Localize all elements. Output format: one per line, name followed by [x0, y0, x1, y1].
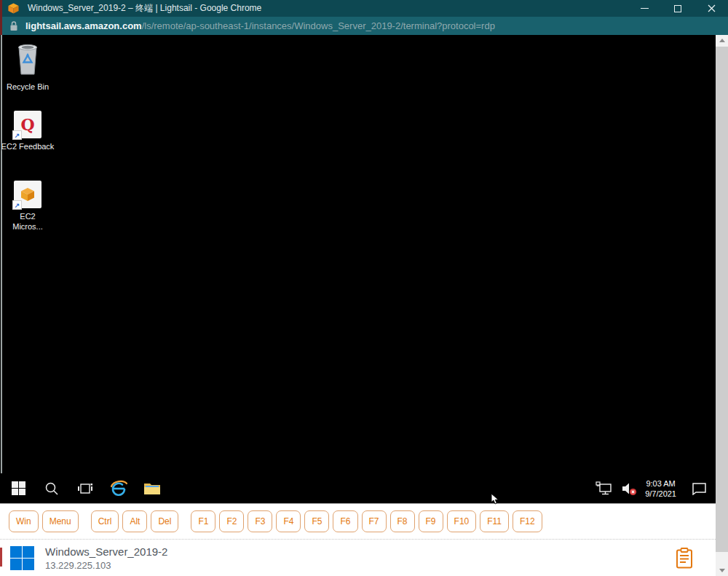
key-f11[interactable]: F11 [480, 510, 509, 532]
window-controls [628, 0, 728, 17]
key-f10[interactable]: F10 [447, 510, 477, 532]
key-f5[interactable]: F5 [304, 510, 329, 532]
clipboard-button[interactable] [676, 548, 693, 569]
desktop-icon-recycle-bin[interactable]: Recycle Bin [0, 41, 55, 92]
close-button[interactable] [695, 0, 728, 17]
viewport-left-edge [1, 35, 2, 473]
key-f12[interactable]: F12 [513, 510, 542, 532]
remote-desktop-viewport[interactable]: Recycle Bin Q ↗ EC2 Feedback [0, 35, 716, 473]
maximize-button[interactable] [661, 0, 695, 17]
window-title: Windows_Server_2019-2 – 终端 | Lightsail -… [28, 2, 261, 15]
desktop-icon-ec2-feedback[interactable]: Q ↗ EC2 Feedback [0, 111, 55, 151]
windows-logo-blue-icon [10, 546, 34, 570]
key-win[interactable]: Win [9, 510, 39, 532]
file-explorer-icon [143, 481, 161, 496]
lightsail-logo-icon [7, 2, 20, 15]
instance-name: Windows_Server_2019-2 [45, 545, 167, 558]
virtual-keyboard-bar: Win Menu Ctrl Alt Del F1 F2 F3 F4 F5 F6 … [0, 503, 716, 539]
url-text: lightsail.aws.amazon.com/ls/remote/ap-so… [25, 20, 495, 31]
maximize-icon [674, 5, 681, 12]
url-path: /ls/remote/ap-southeast-1/instances/Wind… [142, 20, 495, 31]
volume-muted-icon[interactable] [621, 481, 637, 496]
file-explorer-button[interactable] [135, 473, 169, 503]
action-center-icon[interactable] [692, 482, 707, 495]
tray-date: 9/7/2021 [645, 489, 676, 499]
internet-explorer-button[interactable] [102, 473, 135, 503]
key-group-system: Win Menu [9, 510, 79, 532]
key-f3[interactable]: F3 [248, 510, 272, 532]
key-group-modifiers: Ctrl Alt Del [91, 510, 179, 532]
address-bar[interactable]: lightsail.aws.amazon.com/ls/remote/ap-so… [0, 17, 728, 35]
key-menu[interactable]: Menu [42, 510, 79, 532]
scrollbar-thumb[interactable] [716, 47, 728, 552]
windows-taskbar: 9:03 AM 9/7/2021 [0, 473, 716, 503]
start-button[interactable] [1, 473, 35, 503]
desktop-icon-label: EC2 Feedback [0, 141, 55, 151]
key-f7[interactable]: F7 [362, 510, 387, 532]
instance-info-bar: Windows_Server_2019-2 13.229.225.103 [0, 539, 716, 576]
scrollbar-down-arrow[interactable] [716, 565, 728, 576]
key-group-function: F1 F2 F3 F4 F5 F6 F7 F8 F9 F10 F11 F12 [191, 510, 542, 532]
key-f4[interactable]: F4 [276, 510, 301, 532]
instance-info: Windows_Server_2019-2 13.229.225.103 [45, 545, 167, 571]
desktop-icon-ec2-microsoft[interactable]: ↗ EC2Micros... [0, 181, 55, 232]
key-f9[interactable]: F9 [419, 510, 443, 532]
key-ctrl[interactable]: Ctrl [91, 510, 119, 532]
taskbar-search-button[interactable] [35, 473, 68, 503]
instance-ip: 13.229.225.103 [45, 560, 167, 571]
shortcut-arrow-icon: ↗ [12, 200, 22, 210]
search-icon [44, 481, 59, 496]
key-f1[interactable]: F1 [191, 510, 215, 532]
shortcut-arrow-icon: ↗ [12, 130, 22, 140]
page-scrollbar[interactable] [716, 35, 728, 576]
desktop-icon-label: EC2Micros... [0, 211, 55, 232]
desktop-icon-label: Recycle Bin [0, 82, 55, 92]
taskbar-clock[interactable]: 9:03 AM 9/7/2021 [645, 478, 676, 499]
background-window-edge-bottom [0, 548, 2, 567]
mouse-cursor [491, 493, 500, 505]
close-icon [708, 4, 716, 12]
key-f2[interactable]: F2 [219, 510, 244, 532]
key-alt[interactable]: Alt [122, 510, 147, 532]
internet-explorer-icon [109, 479, 128, 498]
network-icon[interactable] [596, 481, 613, 496]
q-letter-icon: Q ↗ [14, 111, 41, 138]
lock-icon[interactable] [9, 20, 18, 31]
aws-cube-icon: ↗ [14, 181, 41, 208]
task-view-button[interactable] [68, 473, 102, 503]
url-domain: lightsail.aws.amazon.com [25, 20, 142, 31]
system-tray: 9:03 AM 9/7/2021 [596, 478, 716, 499]
tray-time: 9:03 AM [645, 478, 676, 489]
key-f8[interactable]: F8 [390, 510, 415, 532]
key-del[interactable]: Del [151, 510, 178, 532]
minimize-icon [641, 8, 649, 9]
windows-logo-icon [12, 481, 25, 495]
browser-titlebar: Windows_Server_2019-2 – 终端 | Lightsail -… [0, 0, 728, 17]
key-f6[interactable]: F6 [333, 510, 357, 532]
recycle-bin-icon [13, 41, 42, 79]
minimize-button[interactable] [628, 0, 661, 17]
background-window-edge [0, 0, 2, 35]
scrollbar-up-arrow[interactable] [716, 35, 728, 46]
remote-desktop-screen: Windows_Server_2019-2 – 终端 | Lightsail -… [0, 0, 728, 576]
task-view-icon [77, 481, 93, 496]
